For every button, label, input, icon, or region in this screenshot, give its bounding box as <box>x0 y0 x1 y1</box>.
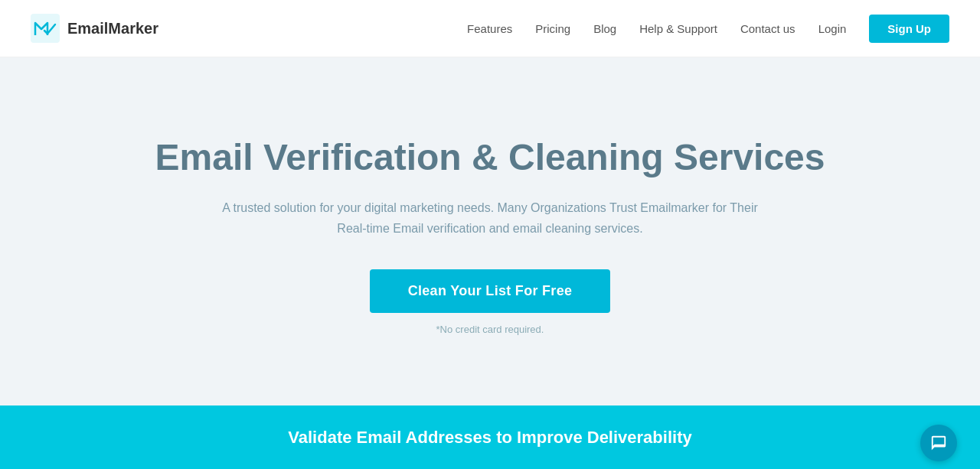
nav-pricing[interactable]: Pricing <box>535 22 570 35</box>
cta-button[interactable]: Clean Your List For Free <box>370 269 611 313</box>
nav-blog[interactable]: Blog <box>593 22 616 35</box>
logo-icon <box>31 14 60 43</box>
bottom-banner-text: Validate Email Addresses to Improve Deli… <box>288 428 691 448</box>
logo-text: EmailMarker <box>67 20 158 37</box>
hero-subtitle: A trusted solution for your digital mark… <box>222 197 758 239</box>
chat-bubble-button[interactable] <box>920 425 957 461</box>
nav-features[interactable]: Features <box>467 22 512 35</box>
no-credit-card-text: *No credit card required. <box>436 324 544 335</box>
chat-icon <box>930 435 947 451</box>
nav-help-support[interactable]: Help & Support <box>639 22 717 35</box>
hero-title: Email Verification & Cleaning Services <box>155 135 825 180</box>
logo-area: EmailMarker <box>31 14 158 43</box>
nav-login[interactable]: Login <box>818 22 847 35</box>
nav-contact-us[interactable]: Contact us <box>740 22 795 35</box>
header: EmailMarker Features Pricing Blog Help &… <box>0 0 980 57</box>
bottom-banner: Validate Email Addresses to Improve Deli… <box>0 405 980 469</box>
main-nav: Features Pricing Blog Help & Support Con… <box>467 15 949 43</box>
hero-section: Email Verification & Cleaning Services A… <box>0 57 980 405</box>
signup-button[interactable]: Sign Up <box>869 15 949 43</box>
